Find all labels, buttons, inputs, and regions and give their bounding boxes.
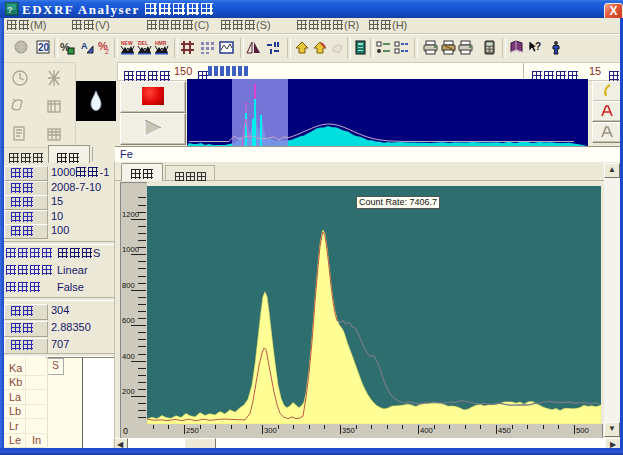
svg-text:?: ? [7,5,13,15]
svg-text:A: A [81,41,88,51]
svg-text:HMR: HMR [155,40,167,46]
svg-text:?: ? [535,41,541,52]
svg-text:DEL: DEL [138,40,148,46]
svg-text:NEW: NEW [121,40,133,46]
svg-text:2: 2 [105,48,109,55]
svg-text:20: 20 [38,42,50,53]
